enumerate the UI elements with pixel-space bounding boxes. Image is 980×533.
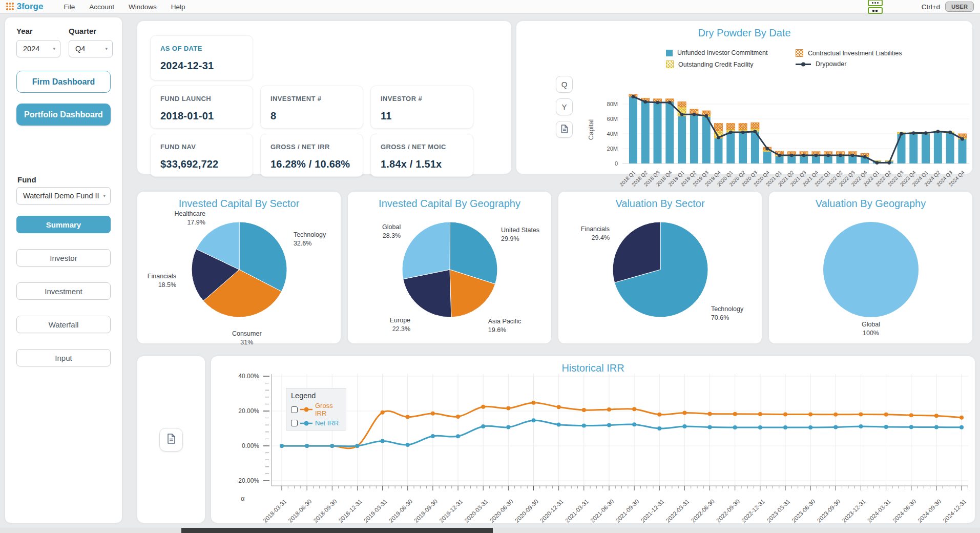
kpi-card-investor: INVESTOR #11: [370, 86, 473, 129]
user-button[interactable]: USER: [945, 2, 974, 12]
kpi-card-investment: INVESTMENT #8: [260, 86, 363, 129]
dry-powder-chart[interactable]: 020M40M60M80MCapital2018 Q12018 Q22018 Q…: [516, 21, 972, 174]
svg-text:2022-06-30: 2022-06-30: [690, 498, 716, 524]
svg-text:20.00%: 20.00%: [238, 407, 259, 415]
fund-dropdown[interactable]: Waterfall Demo Fund II ▾: [16, 187, 111, 204]
kpi-value: 2024-12-31: [160, 60, 243, 72]
svg-text:2023-06-30: 2023-06-30: [790, 498, 816, 524]
svg-text:Asia Pacific19.6%: Asia Pacific19.6%: [488, 318, 521, 334]
horizontal-scrollbar-track[interactable]: [0, 528, 980, 533]
svg-text:2019-06-30: 2019-06-30: [388, 498, 413, 524]
svg-text:Consumer31%: Consumer31%: [232, 330, 261, 346]
portfolio-dashboard-button[interactable]: Portfolio Dashboard: [16, 104, 111, 126]
sidebar-item-waterfall[interactable]: Waterfall: [16, 316, 111, 333]
svg-text:2018-12-31: 2018-12-31: [338, 498, 363, 524]
sidebar-item-summary[interactable]: Summary: [16, 216, 111, 233]
svg-text:-20.00%: -20.00%: [236, 477, 259, 484]
sidebar-item-investment[interactable]: Investment: [16, 282, 111, 300]
network-status-icon: [868, 0, 883, 6]
pie-card-valuation-by-geography: Valuation By GeographyGlobal100%: [769, 192, 972, 343]
report-button[interactable]: [159, 428, 183, 452]
historical-irr-chart[interactable]: 40.00%20.00%0.00%-20.00%2018-03-312018-0…: [211, 356, 975, 523]
svg-text:2018-06-30: 2018-06-30: [287, 498, 312, 524]
shortcut-hint: Ctrl+d: [922, 3, 940, 11]
svg-text:Europe22.3%: Europe22.3%: [389, 317, 410, 333]
kpi-card-as-of-date: AS OF DATE2024-12-31: [150, 35, 253, 80]
svg-text:Global28.3%: Global28.3%: [382, 223, 401, 239]
historical-irr-panel: Historical IRR Legend Gross IRRNet IRR α…: [211, 356, 975, 523]
year-filter: Year 2024 ▾: [16, 27, 60, 57]
menu-item-file[interactable]: File: [64, 3, 75, 11]
kpi-value: 2018-01-01: [160, 110, 243, 122]
svg-text:Technology32.6%: Technology32.6%: [293, 231, 326, 247]
pie-title: Invested Capital By Sector: [137, 198, 341, 210]
menu-item-windows[interactable]: Windows: [129, 3, 157, 11]
kpi-card-fund-launch: FUND LAUNCH2018-01-01: [150, 86, 253, 129]
svg-text:60M: 60M: [607, 116, 618, 122]
year-label: Year: [16, 27, 60, 35]
irr-legend: Legend Gross IRRNet IRR: [286, 388, 346, 430]
svg-text:2019-09-30: 2019-09-30: [413, 498, 439, 524]
fund-value: Waterfall Demo Fund II: [23, 192, 99, 200]
document-icon: [166, 434, 176, 445]
sidebar-item-input[interactable]: Input: [16, 349, 111, 366]
pie-card-valuation-by-sector: Valuation By SectorTechnology70.6%Financ…: [558, 192, 762, 343]
horizontal-scrollbar-thumb[interactable]: [181, 528, 493, 533]
pie-title: Valuation By Geography: [769, 198, 972, 210]
menubar-right: Ctrl+d USER: [868, 0, 974, 14]
fund-label: Fund: [17, 175, 36, 184]
report-side-panel: [137, 356, 205, 523]
svg-text:Global100%: Global100%: [861, 321, 880, 337]
svg-text:2023-03-31: 2023-03-31: [765, 498, 791, 524]
svg-text:2022-12-31: 2022-12-31: [740, 498, 766, 524]
kpi-label: INVESTMENT #: [270, 95, 353, 102]
kpi-panel: AS OF DATE2024-12-31FUND LAUNCH2018-01-0…: [137, 21, 511, 174]
kpi-spacer: [260, 35, 473, 80]
svg-text:United States29.9%: United States29.9%: [501, 227, 539, 242]
svg-text:2021-09-30: 2021-09-30: [614, 498, 640, 524]
pie-chart[interactable]: Technology70.6%Financials29.4%: [560, 214, 760, 343]
pie-chart[interactable]: Global100%: [770, 214, 971, 343]
sidebar-item-investor[interactable]: Investor: [16, 249, 111, 266]
svg-text:2021-03-31: 2021-03-31: [564, 498, 590, 524]
kpi-card-gross-net-irr: GROSS / NET IRR16.28% / 10.68%: [260, 134, 363, 177]
firm-dashboard-button[interactable]: Firm Dashboard: [16, 71, 111, 93]
pie-charts-row: Invested Capital By SectorTechnology32.6…: [137, 192, 972, 343]
svg-text:2024-06-30: 2024-06-30: [891, 498, 917, 524]
svg-text:2018-09-30: 2018-09-30: [312, 498, 338, 524]
svg-text:Capital: Capital: [587, 119, 595, 140]
svg-text:Healthcare17.9%: Healthcare17.9%: [174, 210, 205, 226]
pie-title: Valuation By Sector: [558, 198, 762, 210]
quarter-dropdown[interactable]: Q4 ▾: [69, 40, 113, 57]
legend-checkbox[interactable]: [291, 406, 298, 413]
legend-checkbox[interactable]: [291, 420, 298, 426]
dry-powder-panel: Dry Powder By Date Q Y Unfunded Investor…: [516, 21, 972, 174]
users-status-icon: [868, 7, 883, 14]
pie-card-invested-capital-by-sector: Invested Capital By SectorTechnology32.6…: [137, 192, 341, 343]
svg-text:0.00%: 0.00%: [242, 442, 259, 449]
svg-text:2019-12-31: 2019-12-31: [438, 498, 464, 524]
irr-legend-item-gross-irr[interactable]: Gross IRR: [291, 402, 341, 417]
svg-text:2023-09-30: 2023-09-30: [816, 498, 842, 524]
kpi-card-gross-net-moic: GROSS / NET MOIC1.84x / 1.51x: [370, 134, 473, 177]
svg-text:2024-12-31: 2024-12-31: [942, 498, 967, 524]
quarter-value: Q4: [75, 45, 85, 53]
pie-chart[interactable]: Technology32.6%Consumer31%Financials18.5…: [139, 214, 339, 343]
kpi-value: 16.28% / 10.68%: [270, 158, 353, 170]
svg-text:2021-12-31: 2021-12-31: [640, 498, 665, 524]
svg-text:0: 0: [615, 160, 618, 167]
menu-item-account[interactable]: Account: [89, 3, 114, 11]
connection-status-icon[interactable]: [868, 0, 883, 14]
year-dropdown[interactable]: 2024 ▾: [16, 40, 60, 57]
pie-chart[interactable]: United States29.9%Asia Pacific19.6%Europ…: [349, 214, 550, 343]
kpi-value: 8: [270, 110, 353, 122]
svg-text:2022-09-30: 2022-09-30: [715, 498, 741, 524]
svg-text:2022-03-31: 2022-03-31: [665, 498, 691, 524]
svg-text:2023-12-31: 2023-12-31: [841, 498, 867, 524]
irr-legend-item-net-irr[interactable]: Net IRR: [291, 419, 341, 427]
pie-title: Invested Capital By Geography: [348, 198, 551, 210]
sidebar-nav: SummaryInvestorInvestmentWaterfallInput: [5, 216, 122, 382]
menu-item-help[interactable]: Help: [171, 3, 185, 11]
period-filters: Year 2024 ▾ Quarter Q4 ▾: [5, 17, 122, 57]
year-value: 2024: [23, 45, 39, 53]
